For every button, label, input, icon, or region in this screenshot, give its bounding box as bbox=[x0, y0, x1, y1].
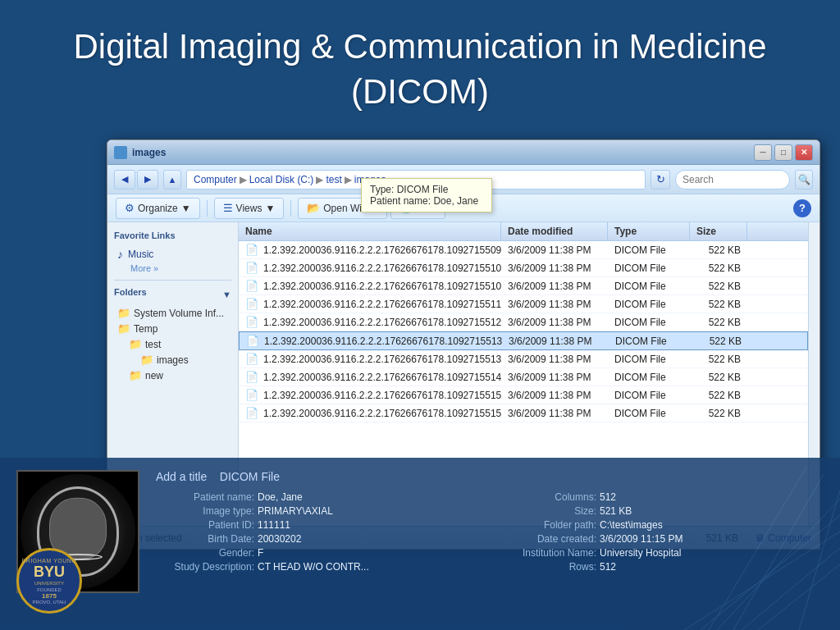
search-button[interactable]: 🔍 bbox=[795, 170, 813, 189]
byu-logo: BRIGHAM YOUNG BYU UNIVERSITY FOUNDED 187… bbox=[16, 548, 82, 614]
file-size: 522 KB bbox=[690, 278, 747, 294]
file-tooltip: Type: DICOM File Patient name: Doe, Jane bbox=[361, 178, 492, 212]
sidebar-more[interactable]: More » bbox=[130, 263, 231, 273]
col-header-type[interactable]: Type bbox=[608, 222, 690, 240]
table-row[interactable]: 📄 1.2.392.200036.9116.2.2.2.17626676178.… bbox=[239, 386, 808, 404]
folder-new[interactable]: 📁 new bbox=[126, 368, 231, 383]
folders-title: Folders bbox=[114, 287, 147, 297]
help-button[interactable]: ? bbox=[793, 199, 811, 217]
title-bar-info: images bbox=[114, 146, 166, 159]
table-row[interactable]: 📄 1.2.392.200036.9116.2.2.2.17626676178.… bbox=[239, 313, 808, 331]
table-row[interactable]: 📄 1.2.392.200036.9116.2.2.2.17626676178.… bbox=[239, 295, 808, 313]
info-size: Size: 521 KB bbox=[498, 505, 824, 517]
sidebar-item-music[interactable]: ♪ Music bbox=[114, 245, 231, 263]
file-icon: 📄 bbox=[245, 262, 258, 274]
path-computer[interactable]: Computer bbox=[194, 174, 237, 185]
forward-button[interactable]: ▶ bbox=[137, 170, 158, 189]
favorite-links-title: Favorite Links bbox=[114, 231, 231, 240]
file-name: 1.2.392.200036.9116.2.2.2.17626676178.10… bbox=[263, 299, 501, 310]
folder-test[interactable]: 📁 test bbox=[126, 336, 231, 352]
file-type: DICOM File bbox=[608, 260, 690, 276]
byu-university: UNIVERSITY bbox=[34, 581, 64, 586]
sidebar-divider bbox=[114, 280, 231, 281]
file-icon: 📄 bbox=[245, 316, 258, 328]
info-image-type: Image type: PRIMARY\AXIAL bbox=[156, 505, 482, 517]
minimize-button[interactable]: ─ bbox=[754, 144, 772, 161]
file-name: 1.2.392.200036.9116.2.2.2.17626676178.10… bbox=[263, 262, 501, 274]
file-icon: 📄 bbox=[245, 407, 258, 419]
folder-system-volume[interactable]: 📁 System Volume Inf... bbox=[114, 305, 231, 321]
col-header-name[interactable]: Name bbox=[239, 222, 501, 240]
file-size: 522 KB bbox=[690, 369, 747, 386]
close-button[interactable]: ✕ bbox=[795, 144, 813, 161]
file-name: 1.2.392.200036.9116.2.2.2.17626676178.10… bbox=[263, 390, 501, 401]
file-date: 3/6/2009 11:38 PM bbox=[501, 278, 608, 294]
info-grid: Patient name: Doe, Jane Columns: 512 Ima… bbox=[156, 491, 824, 573]
folder-icon bbox=[114, 146, 127, 159]
folders-chevron[interactable]: ▼ bbox=[222, 290, 231, 299]
info-gender: Gender: F bbox=[156, 547, 482, 559]
preview-info: Add a title DICOM File Patient name: Doe… bbox=[156, 470, 824, 618]
up-button[interactable]: ▲ bbox=[163, 170, 181, 189]
col-header-date[interactable]: Date modified bbox=[501, 222, 608, 240]
organize-icon: ⚙ bbox=[125, 202, 135, 214]
back-button[interactable]: ◀ bbox=[114, 170, 135, 189]
file-date: 3/6/2009 11:38 PM bbox=[501, 260, 608, 276]
byu-location: PROVO, UTAH bbox=[33, 600, 66, 605]
path-drive[interactable]: Local Disk (C:) bbox=[249, 174, 314, 185]
folder-icon-images: 📁 bbox=[140, 354, 153, 366]
folders-section: Folders ▼ bbox=[114, 287, 231, 302]
table-row[interactable]: 📄 1.2.392.200036.9116.2.2.2.17626676178.… bbox=[239, 368, 808, 386]
tooltip-patient: Patient name: Doe, Jane bbox=[370, 195, 483, 207]
search-input[interactable] bbox=[675, 170, 790, 189]
maximize-button[interactable]: □ bbox=[774, 144, 792, 161]
byu-top-text: BRIGHAM YOUNG bbox=[22, 558, 77, 564]
window-title: images bbox=[132, 147, 166, 158]
folder-images[interactable]: 📁 images bbox=[137, 352, 231, 368]
info-date: Date created: 3/6/2009 11:15 PM bbox=[498, 533, 824, 545]
table-row[interactable]: 📄 1.2.392.200036.9116.2.2.2.17626676178.… bbox=[239, 404, 808, 422]
file-size: 522 KB bbox=[690, 387, 747, 404]
table-row[interactable]: 📄 1.2.392.200036.9116.2.2.2.17626676178.… bbox=[239, 277, 808, 295]
byu-year: 1875 bbox=[42, 592, 57, 600]
file-name: 1.2.392.200036.9116.2.2.2.17626676178.10… bbox=[264, 336, 502, 347]
info-birth: Birth Date: 20030202 bbox=[156, 533, 482, 545]
organize-button[interactable]: ⚙ Organize ▼ bbox=[116, 198, 200, 219]
table-row[interactable]: 📄 1.2.392.200036.9116.2.2.2.17626676178.… bbox=[239, 259, 808, 277]
file-icon: 📄 bbox=[245, 353, 258, 365]
file-name: 1.2.392.200036.9116.2.2.2.17626676178.10… bbox=[263, 281, 501, 292]
table-row[interactable]: 📄 1.2.392.200036.9116.2.2.2.17626676178.… bbox=[239, 350, 808, 368]
file-size: 522 KB bbox=[690, 405, 747, 422]
file-size: 522 KB bbox=[691, 333, 748, 349]
info-rows: Rows: 512 bbox=[498, 561, 824, 573]
info-folder: Folder path: C:\test\images bbox=[498, 519, 824, 531]
file-type: DICOM File bbox=[608, 278, 690, 294]
file-size: 522 KB bbox=[690, 314, 747, 331]
file-type: DICOM File bbox=[608, 351, 690, 368]
info-columns: Columns: 512 bbox=[498, 491, 824, 503]
toolbar-divider-1 bbox=[207, 200, 208, 217]
file-icon: 📄 bbox=[246, 335, 259, 347]
file-name: 1.2.392.200036.9116.2.2.2.17626676178.10… bbox=[263, 354, 501, 365]
preview-panel: Add a title DICOM File Patient name: Doe… bbox=[0, 458, 840, 630]
refresh-button[interactable]: ↻ bbox=[651, 170, 670, 189]
title-bar: images ─ □ ✕ bbox=[107, 140, 819, 165]
info-patient-name: Patient name: Doe, Jane bbox=[156, 491, 482, 503]
toolbar-divider-2 bbox=[290, 200, 291, 217]
table-row[interactable]: 📄 1.2.392.200036.9116.2.2.2.17626676178.… bbox=[239, 241, 808, 259]
file-name: 1.2.392.200036.9116.2.2.2.17626676178.10… bbox=[263, 372, 501, 383]
file-date: 3/6/2009 11:38 PM bbox=[501, 387, 608, 404]
file-icon: 📄 bbox=[245, 280, 258, 292]
col-header-size[interactable]: Size bbox=[690, 222, 747, 240]
presentation-title: Digital Imaging & Communication in Medic… bbox=[0, 0, 840, 130]
file-date: 3/6/2009 11:38 PM bbox=[502, 333, 609, 349]
folder-temp[interactable]: 📁 Temp bbox=[114, 321, 231, 336]
folder-icon-test: 📁 bbox=[129, 338, 142, 350]
file-icon: 📄 bbox=[245, 244, 258, 256]
table-row[interactable]: 📄 1.2.392.200036.9116.2.2.2.17626676178.… bbox=[239, 331, 808, 350]
views-button[interactable]: ☰ Views ▼ bbox=[214, 198, 285, 219]
folder-icon-temp: 📁 bbox=[117, 322, 130, 335]
file-size: 522 KB bbox=[690, 296, 747, 313]
path-test[interactable]: test bbox=[326, 174, 341, 185]
file-size: 522 KB bbox=[690, 351, 747, 368]
